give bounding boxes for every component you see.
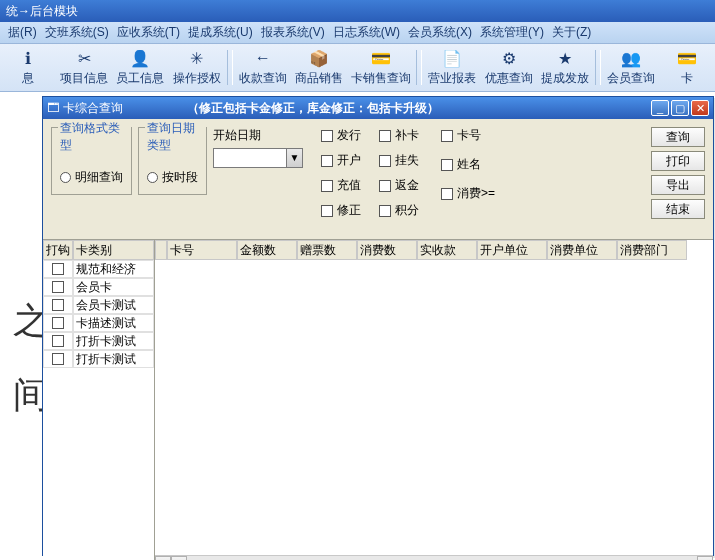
main-grid-header[interactable]: 实收款 (417, 240, 477, 260)
menu-item[interactable]: 据(R) (8, 24, 37, 41)
scroll-right-button[interactable]: ▸ (697, 556, 713, 560)
radio-icon (147, 172, 158, 183)
menu-item[interactable]: 关于(Z) (552, 24, 591, 41)
toolbar-button[interactable]: 💳卡 (659, 44, 715, 91)
main-grid-header[interactable]: 金额数 (237, 240, 297, 260)
table-row[interactable]: 规范和经济 (43, 260, 154, 278)
table-row[interactable]: 打折卡测试 (43, 350, 154, 368)
menu-bar: 据(R)交班系统(S)应收系统(T)提成系统(U)报表系统(V)日志系统(W)会… (0, 22, 715, 44)
main-grid-header[interactable]: 消费部门 (617, 240, 687, 260)
checkbox-option[interactable]: 卡号 (441, 127, 495, 144)
checkbox-option[interactable]: 挂失 (379, 152, 419, 169)
checkbox-option[interactable]: 消费>= (441, 185, 495, 202)
toolbar-separator (416, 50, 422, 85)
action-button[interactable]: 打印 (651, 151, 705, 171)
action-button[interactable]: 导出 (651, 175, 705, 195)
checkbox-icon (321, 155, 333, 167)
checkbox-option[interactable]: 充值 (321, 177, 361, 194)
toolbar-button[interactable]: ℹ息 (0, 44, 56, 91)
start-date-value (214, 149, 286, 167)
toolbar-button[interactable]: ✂项目信息 (56, 44, 112, 91)
toolbar-button[interactable]: ✳操作授权 (169, 44, 225, 91)
child-window: 🗔 卡综合查询 （修正包括卡金修正，库金修正：包括卡升级） _ ▢ ✕ 查询格式… (42, 96, 714, 556)
action-button[interactable]: 查询 (651, 127, 705, 147)
checkbox-option[interactable]: 补卡 (379, 127, 419, 144)
menu-item[interactable]: 系统管理(Y) (480, 24, 544, 41)
row-checkbox-cell[interactable] (43, 296, 73, 314)
toolbar-button[interactable]: ★提成发放 (537, 44, 593, 91)
start-date-label: 开始日期 (213, 127, 303, 144)
app-title-bar: 统→后台模块 (0, 0, 715, 22)
row-checkbox-cell[interactable] (43, 314, 73, 332)
checkbox-icon (379, 130, 391, 142)
main-grid-header[interactable]: 消费单位 (547, 240, 617, 260)
action-button[interactable]: 结束 (651, 199, 705, 219)
row-checkbox-cell[interactable] (43, 332, 73, 350)
toolbar-icon: 📄 (442, 48, 462, 68)
row-category-cell: 会员卡测试 (73, 296, 154, 314)
toolbar-separator (595, 50, 601, 85)
checkbox-label: 返金 (395, 177, 419, 194)
checkbox-option[interactable]: 发行 (321, 127, 361, 144)
radio-option[interactable]: 按时段 (147, 169, 198, 186)
scroll-left-button[interactable]: ◂ (155, 556, 171, 560)
toolbar-button[interactable]: ⚙优惠查询 (480, 44, 536, 91)
menu-item[interactable]: 提成系统(U) (188, 24, 253, 41)
start-date-combo[interactable]: ▼ (213, 148, 303, 168)
checkbox-icon (321, 130, 333, 142)
checkbox-icon (52, 353, 64, 365)
main-grid-scrollbar[interactable]: ◂ ▸ (155, 555, 713, 560)
toolbar-button[interactable]: 💳卡销售查询 (347, 44, 414, 91)
checkbox-option[interactable]: 姓名 (441, 156, 495, 173)
row-category-cell: 卡描述测试 (73, 314, 154, 332)
checkbox-option[interactable]: 积分 (379, 202, 419, 219)
menu-item[interactable]: 报表系统(V) (261, 24, 325, 41)
toolbar-button[interactable]: 👤员工信息 (112, 44, 168, 91)
minimize-button[interactable]: _ (651, 100, 669, 116)
checkbox-option[interactable]: 开户 (321, 152, 361, 169)
main-grid-header[interactable]: 消费数 (357, 240, 417, 260)
toolbar-button[interactable]: 👥会员查询 (603, 44, 659, 91)
radio-option[interactable]: 明细查询 (60, 169, 123, 186)
checkbox-option[interactable]: 修正 (321, 202, 361, 219)
toolbar-icon: ← (253, 48, 273, 68)
date-legend: 查询日期类型 (145, 120, 206, 154)
row-category-cell: 会员卡 (73, 278, 154, 296)
checkbox-icon (441, 188, 453, 200)
maximize-button[interactable]: ▢ (671, 100, 689, 116)
menu-item[interactable]: 日志系统(W) (333, 24, 400, 41)
row-category-cell: 规范和经济 (73, 260, 154, 278)
row-checkbox-cell[interactable] (43, 278, 73, 296)
close-button[interactable]: ✕ (691, 100, 709, 116)
toolbar-icon: 👤 (130, 48, 150, 68)
menu-item[interactable]: 应收系统(T) (117, 24, 180, 41)
main-grid-header[interactable]: 卡号 (167, 240, 237, 260)
checkbox-icon (52, 317, 64, 329)
table-row[interactable]: 会员卡测试 (43, 296, 154, 314)
table-row[interactable]: 会员卡 (43, 278, 154, 296)
menu-item[interactable]: 交班系统(S) (45, 24, 109, 41)
toolbar-icon: ⚙ (499, 48, 519, 68)
menu-item[interactable]: 会员系统(X) (408, 24, 472, 41)
main-grid: 卡号金额数赠票数消费数实收款开户单位消费单位消费部门 ◂ ▸ (155, 240, 713, 560)
start-date-col: 开始日期 ▼ (213, 127, 303, 168)
child-title-bar: 🗔 卡综合查询 （修正包括卡金修正，库金修正：包括卡升级） _ ▢ ✕ (43, 97, 713, 119)
row-checkbox-cell[interactable] (43, 260, 73, 278)
main-grid-header[interactable]: 开户单位 (477, 240, 547, 260)
toolbar-button[interactable]: 📦商品销售 (291, 44, 347, 91)
checkbox-option[interactable]: 返金 (379, 177, 419, 194)
toolbar-button[interactable]: 📄营业报表 (424, 44, 480, 91)
checkbox-label: 补卡 (395, 127, 419, 144)
left-header-category[interactable]: 卡类别 (73, 240, 154, 260)
toolbar-separator (227, 50, 233, 85)
chevron-down-icon[interactable]: ▼ (286, 149, 302, 167)
toolbar-button[interactable]: ←收款查询 (235, 44, 291, 91)
left-header-check[interactable]: 打钩 (43, 240, 73, 260)
table-row[interactable]: 打折卡测试 (43, 332, 154, 350)
row-checkbox-cell[interactable] (43, 350, 73, 368)
scroll-track[interactable] (187, 556, 697, 560)
main-grid-body[interactable] (155, 260, 713, 555)
table-row[interactable]: 卡描述测试 (43, 314, 154, 332)
scroll-handle[interactable] (171, 556, 187, 560)
main-grid-header[interactable]: 赠票数 (297, 240, 357, 260)
